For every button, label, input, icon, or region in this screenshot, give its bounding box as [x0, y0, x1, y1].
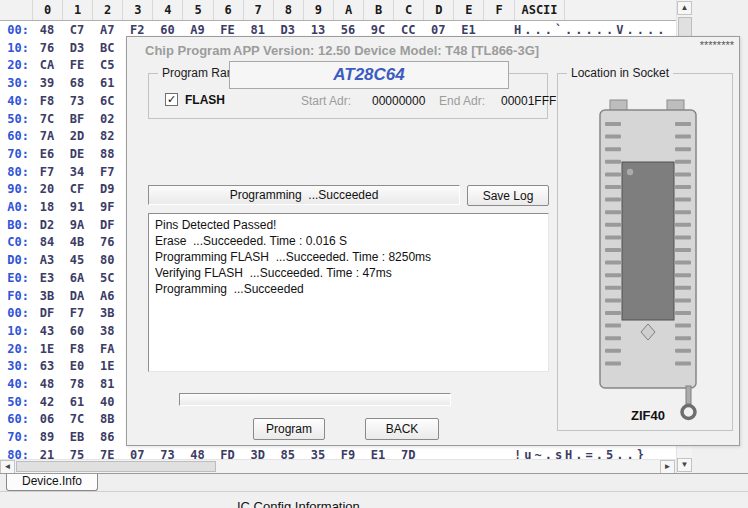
hex-byte[interactable]: DF [93, 217, 121, 234]
hex-byte[interactable]: 1E [93, 358, 121, 375]
hex-byte[interactable]: 18 [33, 199, 61, 216]
hex-byte[interactable]: 9F [93, 199, 121, 216]
hex-byte[interactable]: 7C [63, 411, 91, 428]
hex-byte[interactable]: 7A [33, 128, 61, 145]
scroll-right-icon[interactable]: ► [660, 460, 675, 474]
hex-byte[interactable]: 82 [93, 128, 121, 145]
hex-byte[interactable]: 45 [63, 252, 91, 269]
back-button[interactable]: BACK [365, 418, 439, 440]
hex-byte[interactable]: C7 [63, 22, 91, 39]
hex-byte[interactable]: CA [33, 57, 61, 74]
hex-byte[interactable]: 3B [93, 305, 121, 322]
hex-byte[interactable]: 91 [63, 199, 91, 216]
hex-address: F0: [2, 288, 29, 305]
dialog-header[interactable]: Chip Program APP Version: 12.50 Device M… [127, 37, 739, 63]
hex-byte[interactable]: 40 [93, 394, 121, 411]
horizontal-scrollbar[interactable]: ◄ ► [0, 459, 676, 473]
hex-address: 40: [2, 93, 29, 110]
app-window: 00:48C7A7F260A9FE81D313569CCC07E1H...`..… [0, 0, 748, 508]
hex-byte[interactable]: 1E [33, 341, 61, 358]
hex-address: 50: [2, 111, 29, 128]
hex-byte[interactable]: FE [63, 57, 91, 74]
save-log-button[interactable]: Save Log [467, 185, 549, 206]
hex-byte[interactable]: FA [93, 341, 121, 358]
hex-byte[interactable]: D9 [93, 181, 121, 198]
hex-byte[interactable]: 73 [63, 93, 91, 110]
hex-byte[interactable]: 48 [33, 22, 61, 39]
hex-address: B0: [2, 217, 29, 234]
hex-byte[interactable]: EB [63, 429, 91, 446]
hex-byte[interactable]: 68 [63, 75, 91, 92]
hex-address: 90: [2, 181, 29, 198]
hex-byte[interactable]: A6 [93, 288, 121, 305]
hex-byte[interactable]: E0 [63, 358, 91, 375]
hex-byte[interactable]: C5 [93, 57, 121, 74]
hex-header-address-cell [0, 0, 33, 20]
log-line: Erase ...Succeeded. Time : 0.016 S [155, 233, 542, 249]
hex-byte[interactable]: F8 [33, 93, 61, 110]
hex-byte[interactable]: 06 [33, 411, 61, 428]
scroll-down-icon[interactable]: ▼ [677, 458, 692, 472]
flash-checkbox[interactable]: ✓ [165, 93, 178, 106]
hex-byte[interactable]: 20 [33, 181, 61, 198]
end-adr-label: End Adr: [439, 94, 485, 108]
hex-byte[interactable]: DE [63, 146, 91, 163]
hex-byte[interactable]: 76 [33, 40, 61, 57]
hex-byte[interactable]: 2D [63, 128, 91, 145]
hex-byte[interactable]: BC [93, 40, 121, 57]
scroll-up-icon[interactable]: ▲ [677, 1, 692, 15]
hex-header-col: D [424, 0, 454, 20]
hex-byte[interactable]: DF [33, 305, 61, 322]
hex-byte[interactable]: A7 [93, 22, 121, 39]
hex-byte[interactable]: 34 [63, 164, 91, 181]
hex-byte[interactable]: 60 [63, 323, 91, 340]
hex-byte[interactable]: 80 [93, 252, 121, 269]
tab-device-info[interactable]: Device.Info [6, 474, 98, 491]
hex-byte[interactable]: 61 [93, 75, 121, 92]
hex-byte[interactable]: 78 [63, 376, 91, 393]
hex-byte[interactable]: F7 [33, 164, 61, 181]
hex-byte[interactable]: 8B [93, 411, 121, 428]
hex-byte[interactable]: 86 [93, 429, 121, 446]
hex-byte[interactable]: 76 [93, 234, 121, 251]
hex-byte[interactable]: 84 [33, 234, 61, 251]
hex-header-col: E [454, 0, 484, 20]
start-adr-label: Start Adr: [301, 94, 351, 108]
hex-byte[interactable]: 02 [93, 111, 121, 128]
hex-byte[interactable]: 61 [63, 394, 91, 411]
hex-byte[interactable]: 88 [93, 146, 121, 163]
hex-byte[interactable]: 3B [33, 288, 61, 305]
program-button[interactable]: Program [253, 418, 325, 440]
hex-byte[interactable]: 9A [63, 217, 91, 234]
hex-byte[interactable]: A3 [33, 252, 61, 269]
hex-byte[interactable]: F7 [63, 305, 91, 322]
hex-byte[interactable]: 81 [93, 376, 121, 393]
hex-byte[interactable]: 7C [33, 111, 61, 128]
hex-byte[interactable]: 6A [63, 270, 91, 287]
hex-byte[interactable]: 4B [63, 234, 91, 251]
hex-address: 80: [2, 164, 29, 181]
hex-address: 40: [2, 376, 29, 393]
hex-byte[interactable]: 89 [33, 429, 61, 446]
hex-byte[interactable]: E6 [33, 146, 61, 163]
hex-byte[interactable]: 38 [93, 323, 121, 340]
hex-byte[interactable]: D2 [33, 217, 61, 234]
hex-byte[interactable]: CF [63, 181, 91, 198]
hex-byte[interactable]: 48 [33, 376, 61, 393]
hex-byte[interactable]: 39 [33, 75, 61, 92]
hex-byte[interactable]: E3 [33, 270, 61, 287]
hex-byte[interactable]: 6C [93, 93, 121, 110]
hex-byte[interactable]: 43 [33, 323, 61, 340]
hex-byte[interactable]: 5C [93, 270, 121, 287]
hex-byte[interactable]: DA [63, 288, 91, 305]
hex-byte[interactable]: F8 [63, 341, 91, 358]
hex-byte[interactable]: BF [63, 111, 91, 128]
hex-byte[interactable]: 63 [33, 358, 61, 375]
hex-byte[interactable]: F7 [93, 164, 121, 181]
scroll-left-icon[interactable]: ◄ [0, 460, 15, 474]
hex-byte[interactable]: 42 [33, 394, 61, 411]
hex-byte[interactable]: D3 [63, 40, 91, 57]
horizontal-scrollbar-thumb[interactable] [16, 461, 216, 472]
log-output[interactable]: Pins Detected Passed!Erase ...Succeeded.… [148, 213, 549, 372]
hex-address: 00: [2, 22, 29, 39]
